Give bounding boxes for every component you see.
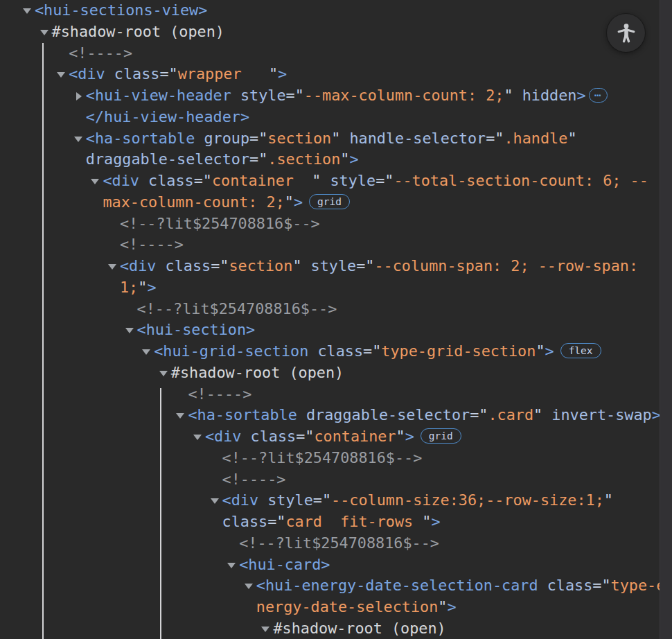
node-markup: draggable-selector=".section"> [86,150,359,168]
node-markup: <div class="container"> [205,428,414,445]
dom-node-row[interactable]: <hui-view-header style="--max-column-cou… [0,85,672,107]
dom-node-row[interactable]: </hui-view-header> [0,107,672,128]
node-markup: <!--?lit$254708816$--> [120,215,320,232]
node-markup: <hui-section> [137,321,256,338]
node-markup: <div class="wrapper "> [69,65,287,82]
disclosure-triangle-expanded-icon[interactable] [24,0,35,21]
grid-badge[interactable]: grid [421,428,461,444]
node-markup: nergy-date-selection"> [256,598,457,615]
dom-node-row[interactable]: <ha-sortable group="section" handle-sele… [0,128,672,150]
node-markup: <hui-sections-view> [35,1,207,19]
node-markup: <!--?lit$254708816$--> [137,300,337,317]
disclosure-triangle-expanded-icon[interactable] [195,426,205,448]
node-markup: <hui-card> [239,556,330,573]
disclosure-triangle-expanded-icon[interactable] [143,341,154,362]
dom-node-row[interactable]: <!--?lit$254708816$--> [0,448,672,469]
disclosure-triangle-expanded-icon[interactable] [127,320,137,341]
dom-node-row[interactable]: <!----> [0,384,672,405]
dom-node-row[interactable]: <hui-sections-view> [0,0,672,21]
devtools-elements-panel: <hui-sections-view>#shadow-root (open)<!… [0,0,672,639]
dom-node-row[interactable]: <!--?lit$254708816$--> [0,299,672,320]
node-markup: <div style="--column-size:36;--row-size:… [222,491,613,509]
disclosure-triangle-expanded-icon[interactable] [161,362,171,384]
disclosure-triangle-expanded-icon[interactable] [58,64,69,85]
disclosure-triangle-expanded-icon[interactable] [212,490,222,511]
dom-node-row[interactable]: <!----> [0,234,672,256]
dom-node-row[interactable]: 1;"> [0,277,672,299]
node-markup: <ha-sortable group="section" handle-sele… [86,130,577,147]
flex-badge[interactable]: flex [560,343,601,358]
node-markup: <ha-sortable draggable-selector=".card" … [188,406,660,423]
dom-node-row[interactable]: <!----> [0,43,672,64]
disclosure-triangle-expanded-icon[interactable] [109,256,120,277]
disclosure-triangle-collapsed-icon[interactable] [76,85,86,107]
disclosure-triangle-expanded-icon[interactable] [246,575,256,597]
dom-node-row[interactable]: <!--?lit$254708816$--> [0,213,672,235]
node-markup: #shadow-root (open) [273,620,445,637]
dom-node-row[interactable]: <div style="--column-size:36;--row-size:… [0,490,672,511]
dom-node-row[interactable]: class="card fit-rows "> [0,511,672,533]
disclosure-triangle-expanded-icon[interactable] [92,170,103,192]
expand-inline-content-badge[interactable]: ⋯ [589,88,608,103]
dom-node-row[interactable]: <hui-section> [0,320,672,341]
node-markup: max-column-count: 2;"> [103,193,303,211]
dom-node-row[interactable]: #shadow-root (open) [0,618,672,639]
node-markup: <hui-view-header style="--max-column-cou… [86,87,586,104]
dom-node-row[interactable]: draggable-selector=".section"> [0,149,672,170]
node-markup: </hui-view-header> [86,108,249,125]
grid-badge[interactable]: grid [309,194,350,209]
dom-node-row[interactable]: <hui-energy-date-selection-card class="t… [0,575,672,597]
node-markup: <!--?lit$254708816$--> [222,449,423,466]
accessibility-person-icon [614,21,638,45]
node-markup: <!----> [120,236,184,253]
dom-node-row[interactable]: #shadow-root (open) [0,362,672,384]
disclosure-triangle-expanded-icon[interactable] [229,554,239,576]
node-markup: <!----> [69,44,132,62]
node-markup: <!----> [222,471,286,488]
node-markup: class="card fit-rows "> [222,513,441,530]
disclosure-triangle-expanded-icon[interactable] [42,21,52,43]
dom-node-row[interactable]: <!--?lit$254708816$--> [0,533,672,554]
disclosure-triangle-expanded-icon[interactable] [263,618,273,639]
disclosure-triangle-expanded-icon[interactable] [177,405,188,426]
dom-node-row[interactable]: max-column-count: 2;">grid [0,192,672,213]
disclosure-triangle-expanded-icon[interactable] [76,128,86,150]
dom-node-row[interactable]: #shadow-root (open) [0,21,672,43]
node-markup: <!--?lit$254708816$--> [239,534,439,552]
dom-node-row[interactable]: <div class="section" style="--column-spa… [0,256,672,277]
dom-node-row[interactable]: <ha-sortable draggable-selector=".card" … [0,405,672,426]
dom-node-row[interactable]: <div class="container " style="--total-s… [0,170,672,192]
dom-node-row[interactable]: <div class="wrapper "> [0,64,672,85]
node-markup: <!----> [188,385,251,403]
node-markup: <hui-energy-date-selection-card class="t… [256,577,666,594]
dom-tree: <hui-sections-view>#shadow-root (open)<!… [0,0,672,639]
node-markup: 1;"> [120,279,157,296]
node-markup: #shadow-root (open) [52,23,224,40]
dom-node-row[interactable]: <hui-card> [0,554,672,576]
node-markup: <div class="section" style="--column-spa… [120,257,638,274]
node-markup: #shadow-root (open) [171,364,344,381]
dom-node-row[interactable]: <!----> [0,469,672,491]
accessibility-button[interactable] [607,14,645,52]
dom-node-row[interactable]: <hui-grid-section class="type-grid-secti… [0,341,672,362]
node-markup: <div class="container " style="--total-s… [103,172,648,189]
node-markup: <hui-grid-section class="type-grid-secti… [154,342,554,360]
dom-node-row[interactable]: <div class="container">grid [0,426,672,448]
dom-node-row[interactable]: nergy-date-selection"> [0,597,672,618]
scrollbar-track[interactable] [660,0,672,639]
